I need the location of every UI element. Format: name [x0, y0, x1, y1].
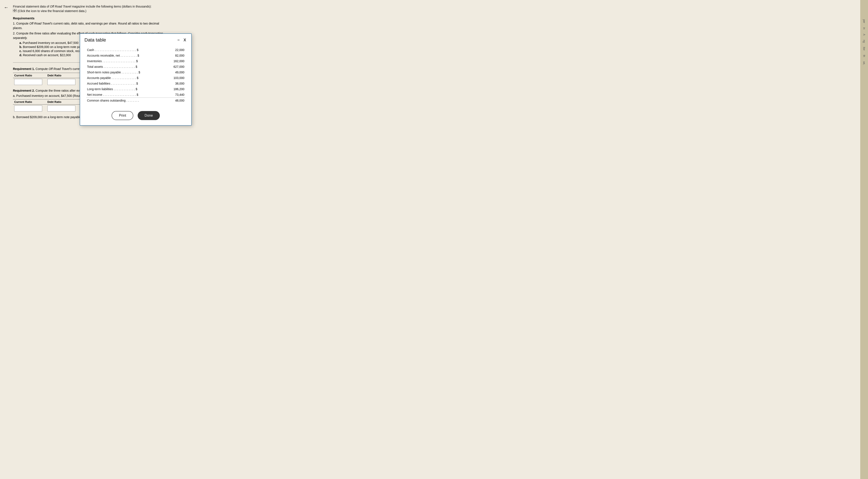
modal-controls: − X — [177, 38, 187, 42]
modal-header: Data table − X — [80, 34, 191, 45]
data-table-row: Long-term liabilities . . . . . . . . . … — [86, 86, 185, 92]
req-title: Requirements — [13, 16, 166, 20]
data-row-value: 82,000 — [160, 53, 185, 58]
data-row-value: 73,440 — [160, 92, 185, 98]
data-row-label: Accounts payable . . . . . . . . . . . .… — [86, 75, 160, 81]
modal-title: Data table — [85, 37, 106, 43]
data-table-row: Cash . . . . . . . . . . . . . . . . . .… — [86, 47, 185, 53]
data-row-label: Accrued liabilities . . . . . . . . . . … — [86, 81, 160, 86]
data-table-row: Net income . . . . . . . . . . . . . . .… — [86, 92, 185, 98]
req2a-input-current-ratio-cell — [13, 105, 46, 112]
right-label-4: itor — [863, 45, 866, 53]
back-arrow-button[interactable]: ← — [4, 5, 9, 10]
data-row-label: Inventories . . . . . . . . . . . . . . … — [86, 58, 160, 64]
svg-rect-1 — [15, 9, 17, 10]
intro-line1b: magazine include the following items (do… — [71, 5, 152, 8]
right-label-2: A — [863, 32, 866, 38]
req2a-debt-ratio-input[interactable] — [48, 105, 75, 111]
modal-close-button[interactable]: X — [183, 38, 187, 42]
data-row-value: 49,000 — [160, 69, 185, 75]
grid-icon — [13, 9, 18, 13]
data-table-row: Accounts receivable, net . . . . . . . .… — [86, 53, 185, 58]
req2a-input-debt-ratio-cell — [46, 105, 79, 112]
right-label-0: per — [863, 17, 866, 25]
data-row-value: 48,000 — [160, 98, 185, 103]
req1-current-ratio-input[interactable] — [14, 79, 42, 85]
data-table-modal: Data table − X Cash . . . . . . . . . . … — [80, 33, 192, 126]
data-table: Cash . . . . . . . . . . . . . . . . . .… — [86, 47, 185, 103]
req1-col-current-ratio: Current Ratio — [13, 73, 46, 78]
right-labels: per in A ng itor th ue, — [860, 0, 868, 479]
data-row-value: 103,000 — [160, 75, 185, 81]
print-button[interactable]: Print — [112, 111, 133, 120]
data-table-row: Accounts payable . . . . . . . . . . . .… — [86, 75, 185, 81]
data-row-label: Net income . . . . . . . . . . . . . . .… — [86, 92, 160, 98]
req2a-col-current-ratio: Current Ratio — [13, 99, 46, 105]
data-row-value: 627,000 — [160, 64, 185, 69]
req2a-current-ratio-input[interactable] — [14, 105, 42, 111]
data-row-value: 22,000 — [160, 47, 185, 53]
data-row-label: Total assets . . . . . . . . . . . . . .… — [86, 64, 160, 69]
done-button[interactable]: Done — [137, 111, 160, 120]
req2a-col-debt-ratio: Debt Ratio — [46, 99, 79, 105]
modal-footer: Print Done — [80, 108, 191, 125]
right-label-6: ue, — [863, 59, 866, 67]
req1-input-current-ratio-cell — [13, 78, 46, 86]
data-row-value: 38,000 — [160, 81, 185, 86]
req-item-1: 1. Compute Off Road Travel's current rat… — [13, 21, 166, 30]
right-label-5: th — [863, 53, 866, 59]
data-table-row: Short-term notes payable . . . . . . . .… — [86, 69, 185, 75]
right-label-3: ng — [863, 38, 866, 45]
intro-magazine: Off Road Travel — [50, 5, 71, 8]
data-table-row: Accrued liabilities . . . . . . . . . . … — [86, 81, 185, 86]
svg-rect-0 — [13, 9, 14, 10]
data-table-row: Total assets . . . . . . . . . . . . . .… — [86, 64, 185, 69]
req1-col-debt-ratio: Debt Ratio — [46, 73, 79, 78]
modal-body: Cash . . . . . . . . . . . . . . . . . .… — [80, 45, 191, 108]
req1-debt-ratio-input[interactable] — [48, 79, 75, 85]
req1-input-debt-ratio-cell — [46, 78, 79, 86]
right-label-1: in — [863, 25, 866, 31]
data-row-label: Cash . . . . . . . . . . . . . . . . . .… — [86, 47, 160, 53]
data-table-row: Inventories . . . . . . . . . . . . . . … — [86, 58, 185, 64]
data-row-value: 186,200 — [160, 86, 185, 92]
data-table-row: Common shares outstanding . . . . . . . … — [86, 98, 185, 103]
data-row-label: Short-term notes payable . . . . . . . .… — [86, 69, 160, 75]
modal-minimize-button[interactable]: − — [177, 38, 181, 42]
svg-rect-2 — [13, 11, 14, 12]
data-row-label: Accounts receivable, net . . . . . . . .… — [86, 53, 160, 58]
data-row-label: Common shares outstanding . . . . . . . … — [86, 98, 160, 103]
intro-line2: (Click the icon to view the financial st… — [18, 9, 86, 13]
svg-rect-3 — [15, 11, 17, 12]
intro-text: Financial statement data of Off Road Tra… — [13, 4, 166, 13]
intro-line1: Financial statement data of — [13, 5, 50, 8]
data-row-value: 162,000 — [160, 58, 185, 64]
data-row-label: Long-term liabilities . . . . . . . . . … — [86, 86, 160, 92]
